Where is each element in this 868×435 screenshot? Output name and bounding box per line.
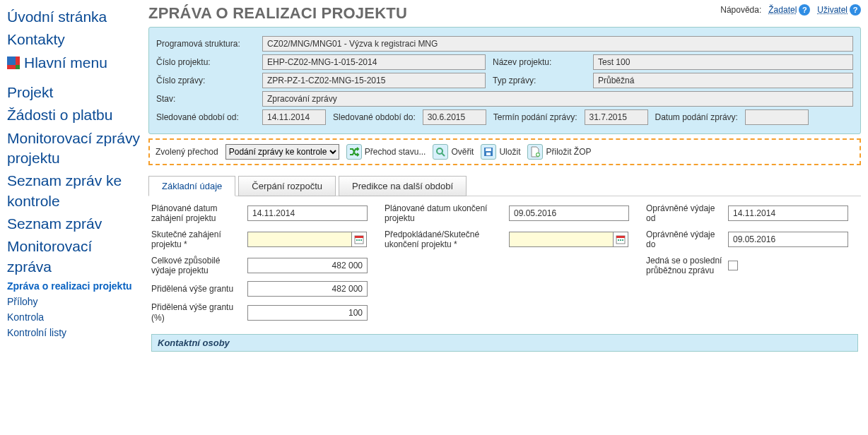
total-elig-field xyxy=(247,258,368,273)
submitdate-label: Datum podání zprávy: xyxy=(655,112,738,122)
svg-rect-8 xyxy=(356,239,358,241)
tab-basic-info[interactable]: Základní údaje xyxy=(148,176,235,196)
help-applicant-link[interactable]: Žadatel xyxy=(768,5,797,15)
projnum-label: Číslo projektu: xyxy=(156,57,255,67)
nav-reports-to-check[interactable]: Seznam zpráv ke kontrole xyxy=(7,169,140,213)
grant-pct-field xyxy=(247,305,368,321)
real-start-field[interactable] xyxy=(247,232,352,247)
exp-end-field[interactable] xyxy=(509,232,614,247)
state-value: Zpracování zprávy xyxy=(262,91,853,107)
grant-pct-label: Přidělená výše grantu (%) xyxy=(151,302,243,323)
reptype-value: Průběžná xyxy=(593,73,853,88)
period-to-label: Sledované období do: xyxy=(333,112,416,122)
subnav-checklists[interactable]: Kontrolní listy xyxy=(7,325,140,340)
tab-budget-drawdown[interactable]: Čerpání rozpočtu xyxy=(238,176,336,196)
grant-amt-field xyxy=(247,281,368,297)
reptype-label: Typ zprávy: xyxy=(493,76,586,85)
svg-rect-12 xyxy=(616,236,625,238)
verify-button[interactable]: Ověřit xyxy=(433,144,474,160)
svg-rect-4 xyxy=(486,153,491,155)
svg-rect-3 xyxy=(486,148,491,151)
svg-rect-15 xyxy=(622,239,623,241)
deadline-value: 31.7.2015 xyxy=(585,109,648,125)
exp-end-label: Předpokládané/Skutečné ukončení projektu… xyxy=(385,230,505,250)
period-from-value: 14.11.2014 xyxy=(262,109,326,125)
info-panel: Programová struktura: CZ02/MNG/MNG01 - V… xyxy=(148,27,861,134)
submitdate-value xyxy=(745,109,809,125)
nav-monitoring-report[interactable]: Monitorovací zpráva xyxy=(7,235,140,278)
projnum-value: EHP-CZ02-MNG-1-015-2014 xyxy=(262,54,486,70)
floppy-icon xyxy=(481,144,496,160)
plan-start-field xyxy=(247,205,368,221)
form-panel: Plánované datum zahájení projektu Plánov… xyxy=(148,203,861,352)
svg-rect-13 xyxy=(618,239,619,241)
nav-home[interactable]: Úvodní stránka xyxy=(7,6,140,28)
subnav-control[interactable]: Kontrola xyxy=(7,309,140,325)
plan-start-label: Plánované datum zahájení projektu xyxy=(151,203,243,224)
nav-payment-requests[interactable]: Žádosti o platbu xyxy=(7,104,140,126)
calendar-icon[interactable] xyxy=(351,232,367,247)
subnav-attachments[interactable]: Přílohy xyxy=(7,294,140,309)
elig-from-label: Oprávněné výdaje od xyxy=(646,203,724,224)
transition-button[interactable]: Přechod stavu... xyxy=(346,144,426,160)
repnum-label: Číslo zprávy: xyxy=(156,76,255,85)
elig-to-label: Oprávněné výdaje do xyxy=(646,230,724,250)
svg-rect-9 xyxy=(358,239,360,241)
help-bar: Nápověda: Žadatel? Uživatel? xyxy=(720,4,861,16)
svg-line-1 xyxy=(442,153,445,156)
period-to-value: 30.6.2015 xyxy=(423,109,486,125)
nav-project[interactable]: Projekt xyxy=(7,81,140,104)
projname-value: Test 100 xyxy=(593,54,853,70)
transition-select[interactable]: Podání zprávy ke kontrole xyxy=(225,144,339,160)
state-label: Stav: xyxy=(156,94,255,104)
nav-monitoring-reports[interactable]: Monitorovací zprávy projektu xyxy=(7,127,140,170)
action-toolbar: Zvolený přechod Podání zprávy ke kontrol… xyxy=(148,138,861,165)
nav-mainmenu[interactable]: Hlavní menu xyxy=(7,52,140,74)
elig-to-field xyxy=(728,232,848,247)
svg-rect-7 xyxy=(355,236,363,238)
tab-prediction[interactable]: Predikce na další období xyxy=(339,176,467,196)
shuffle-icon xyxy=(346,144,362,160)
total-elig-label: Celkové způsobilé výdaje projektu xyxy=(151,256,243,276)
plan-end-label: Plánované datum ukončení projektu xyxy=(385,203,505,224)
tab-bar: Základní údaje Čerpání rozpočtu Predikce… xyxy=(148,175,861,196)
sidebar: Úvodní stránka Kontakty Hlavní menu Proj… xyxy=(0,0,144,356)
main-content: Zpráva o realizaci projektu Nápověda: Ža… xyxy=(144,0,868,356)
prog-struct-value: CZ02/MNG/MNG01 - Výzva k registraci MNG xyxy=(262,36,853,52)
section-contacts: Kontaktní osoby xyxy=(151,334,858,352)
grant-amt-label: Přidělená výše grantu xyxy=(151,284,243,294)
prog-struct-label: Programová struktura: xyxy=(156,39,255,49)
period-from-label: Sledované období od: xyxy=(156,112,255,122)
help-icon: ? xyxy=(850,4,861,16)
grid-icon xyxy=(7,56,20,69)
real-start-label: Skutečné zahájení projektu * xyxy=(151,230,243,250)
help-icon: ? xyxy=(799,4,810,16)
projname-label: Název projektu: xyxy=(493,57,586,67)
page-title: Zpráva o realizaci projektu xyxy=(148,4,407,23)
nav-report-list[interactable]: Seznam zpráv xyxy=(7,213,140,235)
repnum-value: ZPR-PZ-1-CZ02-MNG-15-2015 xyxy=(262,73,486,88)
save-button[interactable]: Uložit xyxy=(481,144,520,160)
deadline-label: Termín podání zprávy: xyxy=(493,112,577,122)
elig-from-field xyxy=(728,205,848,221)
calendar-icon[interactable] xyxy=(613,232,628,247)
transition-label: Zvolený přechod xyxy=(156,147,218,157)
document-add-icon xyxy=(527,144,543,160)
svg-point-0 xyxy=(437,148,442,154)
last-interim-label: Jedná se o poslední průběžnou zprávu xyxy=(646,256,724,276)
help-label: Nápověda: xyxy=(720,5,761,15)
magnifier-icon xyxy=(433,144,448,160)
subnav-realization-report[interactable]: Zpráva o realizaci projektu xyxy=(7,278,140,294)
help-user-link[interactable]: Uživatel xyxy=(817,5,848,15)
plan-end-field xyxy=(509,205,629,221)
svg-rect-10 xyxy=(360,239,362,241)
svg-rect-14 xyxy=(620,239,621,241)
nav-contacts[interactable]: Kontakty xyxy=(7,28,140,51)
last-interim-checkbox[interactable] xyxy=(728,261,738,270)
attach-zop-button[interactable]: Přiložit ŽOP xyxy=(527,144,591,160)
